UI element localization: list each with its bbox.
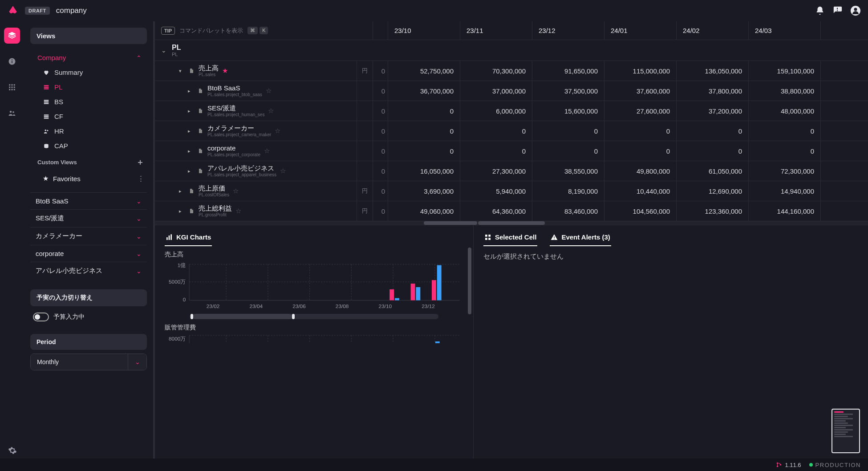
data-cell[interactable]: 0 [388, 121, 460, 141]
data-cell[interactable]: 123,360,000 [677, 201, 749, 221]
row-label[interactable]: ▸ corporate PL.sales.project_corporate ☆ [155, 141, 357, 161]
caret-icon[interactable]: ▸ [188, 108, 194, 114]
settings-button[interactable] [8, 446, 17, 455]
data-cell[interactable]: 0 [677, 121, 749, 141]
project-item[interactable]: corporate⌄ [30, 245, 147, 262]
data-cell[interactable]: 0 [749, 141, 821, 161]
caret-icon[interactable]: ▸ [188, 128, 194, 134]
more-vert-icon[interactable]: ⋮ [138, 175, 144, 183]
star-outline-icon[interactable]: ☆ [233, 187, 239, 195]
tab-selected-cell[interactable]: Selected Cell [483, 231, 537, 246]
sidebar-item-cf[interactable]: CF [32, 109, 147, 124]
data-cell[interactable]: 37,000,000 [460, 81, 532, 101]
data-cell[interactable]: 0 [373, 181, 388, 201]
star-outline-icon[interactable]: ☆ [264, 147, 270, 155]
account-icon[interactable] [850, 5, 861, 16]
project-item[interactable]: BtoB SaaS⌄ [30, 192, 147, 209]
rail-info-button[interactable] [4, 53, 20, 69]
row-label[interactable]: ▾ 売上高 PL.sales ★ [155, 61, 357, 81]
data-cell[interactable]: 144,160,000 [749, 201, 821, 221]
data-cell[interactable]: 16,050,000 [388, 161, 460, 181]
data-cell[interactable]: 12,690,000 [677, 181, 749, 201]
data-cell[interactable]: 27,600,000 [604, 101, 677, 121]
data-cell[interactable]: 0 [373, 141, 388, 161]
star-outline-icon[interactable]: ☆ [266, 87, 272, 95]
data-cell[interactable]: 49,800,000 [604, 161, 677, 181]
add-view-button[interactable]: ＋ [136, 157, 144, 167]
data-cell[interactable]: 104,560,000 [604, 201, 677, 221]
project-item[interactable]: カメラメーカー⌄ [30, 227, 147, 245]
rail-people-button[interactable] [4, 105, 20, 121]
data-cell[interactable]: 136,050,000 [677, 61, 749, 81]
data-cell[interactable]: 3,690,000 [388, 181, 460, 201]
row-label[interactable]: ▸ アパレル小売ビジネス PL.sales.project_apparel_bu… [155, 161, 357, 181]
sidebar-item-summary[interactable]: Summary [32, 65, 147, 80]
data-cell[interactable]: 0 [460, 121, 532, 141]
caret-icon[interactable]: ▸ [179, 188, 185, 194]
data-cell[interactable]: 38,550,000 [532, 161, 604, 181]
data-cell[interactable]: 0 [532, 121, 604, 141]
panel-left-scrollbar[interactable] [468, 248, 471, 314]
data-cell[interactable]: 0 [373, 81, 388, 101]
data-cell[interactable]: 48,000,000 [749, 101, 821, 121]
budget-toggle[interactable] [33, 313, 49, 321]
data-cell[interactable]: 0 [749, 121, 821, 141]
data-cell[interactable]: 49,060,000 [388, 201, 460, 221]
sidebar-item-hr[interactable]: HR [32, 124, 147, 138]
data-cell[interactable]: 0 [460, 141, 532, 161]
row-label[interactable]: ▸ カメラメーカー PL.sales.project_camera_maker … [155, 121, 357, 141]
row-label[interactable]: ▸ 売上原価 PL.costOfSales ☆ [155, 181, 357, 201]
caret-icon[interactable]: ▸ [188, 88, 194, 94]
data-cell[interactable]: 115,000,000 [604, 61, 677, 81]
sidebar-item-pl[interactable]: PL [32, 80, 147, 94]
data-cell[interactable]: 72,300,000 [749, 161, 821, 181]
star-outline-icon[interactable]: ☆ [275, 127, 280, 135]
caret-icon[interactable]: ▸ [188, 168, 194, 174]
minimap[interactable] [831, 409, 860, 453]
data-cell[interactable]: 159,100,000 [749, 61, 821, 81]
data-cell[interactable]: 64,360,000 [460, 201, 532, 221]
data-cell[interactable]: 0 [532, 141, 604, 161]
data-cell[interactable]: 0 [677, 141, 749, 161]
sidebar-item-cap[interactable]: CAP [32, 138, 147, 153]
star-outline-icon[interactable]: ☆ [268, 107, 274, 115]
star-outline-icon[interactable]: ☆ [280, 167, 286, 175]
data-cell[interactable]: 37,500,000 [532, 81, 604, 101]
chart1-scrubber[interactable] [190, 314, 438, 319]
caret-icon[interactable]: ▸ [179, 208, 185, 214]
tab-kgi-charts[interactable]: KGI Charts [165, 231, 212, 246]
row-label[interactable]: ▸ 売上総利益 PL.grossProfit ☆ [155, 201, 357, 221]
rail-layers-button[interactable] [4, 28, 20, 44]
data-cell[interactable]: 14,940,000 [749, 181, 821, 201]
data-cell[interactable]: 38,800,000 [749, 81, 821, 101]
data-cell[interactable]: 37,200,000 [677, 101, 749, 121]
data-cell[interactable]: 0 [373, 101, 388, 121]
data-cell[interactable]: 0 [604, 121, 677, 141]
data-cell[interactable]: 0 [388, 141, 460, 161]
data-cell[interactable]: 37,800,000 [677, 81, 749, 101]
data-cell[interactable]: 52,750,000 [388, 61, 460, 81]
data-cell[interactable]: 37,600,000 [604, 81, 677, 101]
data-cell[interactable]: 0 [373, 161, 388, 181]
favorites-label[interactable]: Favorites [53, 175, 81, 183]
data-cell[interactable]: 0 [373, 61, 388, 81]
data-cell[interactable]: 8,190,000 [532, 181, 604, 201]
pl-header-row[interactable]: ⌄ PL PL [155, 40, 868, 61]
data-cell[interactable]: 0 [388, 101, 460, 121]
data-cell[interactable]: 91,650,000 [532, 61, 604, 81]
star-outline-icon[interactable]: ☆ [235, 207, 241, 215]
data-cell[interactable]: 83,460,000 [532, 201, 604, 221]
tab-event-alerts[interactable]: Event Alerts (3) [550, 231, 611, 246]
data-cell[interactable]: 10,440,000 [604, 181, 677, 201]
data-cell[interactable]: 15,600,000 [532, 101, 604, 121]
rail-apps-button[interactable] [4, 79, 20, 95]
sidebar-item-bs[interactable]: BS [32, 94, 147, 109]
data-cell[interactable]: 61,050,000 [677, 161, 749, 181]
row-label[interactable]: ▸ SES/派遣 PL.sales.project_human_ses ☆ [155, 101, 357, 121]
data-cell[interactable]: 6,000,000 [460, 101, 532, 121]
grid-horizontal-scrollbar[interactable] [155, 221, 868, 225]
data-cell[interactable]: 27,300,000 [460, 161, 532, 181]
data-cell[interactable]: 0 [373, 201, 388, 221]
project-item[interactable]: SES/派遣⌄ [30, 209, 147, 227]
data-cell[interactable]: 0 [604, 141, 677, 161]
